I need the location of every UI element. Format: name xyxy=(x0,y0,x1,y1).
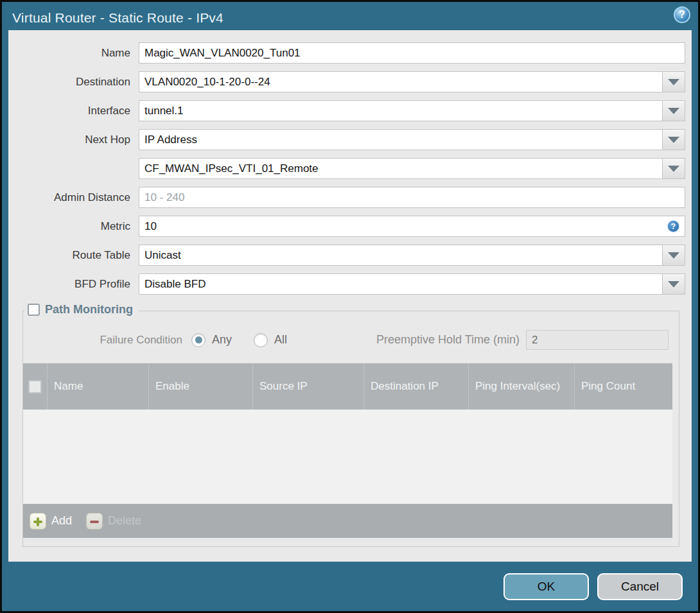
metric-help-icon[interactable]: ? xyxy=(667,220,679,232)
dialog-titlebar: Virtual Router - Static Route - IPv4 xyxy=(2,2,698,30)
destination-label: Destination xyxy=(8,76,130,89)
delete-button[interactable]: Delete xyxy=(86,513,141,530)
form-row-admin-distance: Admin Distance xyxy=(8,187,685,208)
header-cell-source-ip[interactable]: Source IP xyxy=(252,363,363,410)
bfd-profile-input[interactable] xyxy=(139,273,663,295)
failure-condition-radio-any[interactable] xyxy=(191,333,206,347)
add-plus-icon xyxy=(30,513,46,530)
form-row-destination: Destination xyxy=(8,71,685,92)
header-cell-destination-ip[interactable]: Destination IP xyxy=(363,363,468,410)
route-table-field-wrap xyxy=(139,245,685,266)
cancel-button[interactable]: Cancel xyxy=(597,573,683,600)
bfd-profile-label: BFD Profile xyxy=(8,278,130,291)
delete-minus-icon xyxy=(86,513,103,530)
form-row-metric: Metric ? xyxy=(8,216,685,237)
metric-label: Metric xyxy=(8,220,130,233)
path-monitoring-checkbox[interactable] xyxy=(28,304,40,316)
form-row-name: Name xyxy=(8,42,685,64)
chevron-down-icon xyxy=(668,166,679,172)
bfd-profile-dropdown-button[interactable] xyxy=(663,273,685,295)
table-toolbar: Add Delete xyxy=(23,504,672,538)
admin-distance-field-wrap xyxy=(139,187,685,208)
help-icon-glyph: ? xyxy=(679,9,685,21)
select-all-checkbox[interactable] xyxy=(28,380,42,393)
metric-field-wrap: ? xyxy=(139,216,685,237)
form-row-next-hop-address xyxy=(8,158,685,179)
table-body-empty xyxy=(23,410,672,504)
help-icon[interactable]: ? xyxy=(674,6,690,23)
interface-input[interactable] xyxy=(139,100,663,121)
failure-condition-row: Failure Condition Any All Preemptive Hol… xyxy=(23,329,679,350)
name-input[interactable] xyxy=(139,42,685,64)
next-hop-label: Next Hop xyxy=(8,134,130,146)
radio-selected-dot xyxy=(195,336,202,343)
chevron-down-icon xyxy=(668,137,679,143)
next-hop-address-field-wrap xyxy=(139,158,685,179)
next-hop-address-dropdown-button[interactable] xyxy=(663,158,685,179)
chevron-down-icon xyxy=(668,79,679,85)
name-label: Name xyxy=(8,47,130,60)
header-cell-enable[interactable]: Enable xyxy=(148,363,252,410)
name-field-wrap xyxy=(139,42,685,64)
ok-button[interactable]: OK xyxy=(503,573,589,600)
dialog-body: Name Destination Interface xyxy=(8,30,692,562)
add-button-label: Add xyxy=(51,514,72,528)
header-cell-ping-interval[interactable]: Ping Interval(sec) xyxy=(468,363,574,410)
next-hop-type-input[interactable] xyxy=(139,129,663,150)
form-row-route-table: Route Table xyxy=(8,245,685,266)
chevron-down-icon xyxy=(668,252,679,259)
interface-dropdown-button[interactable] xyxy=(663,100,685,121)
destination-dropdown-button[interactable] xyxy=(663,71,685,92)
form-row-next-hop: Next Hop xyxy=(8,129,685,150)
delete-button-label: Delete xyxy=(108,514,141,528)
route-table-dropdown-button[interactable] xyxy=(663,245,685,266)
destination-input[interactable] xyxy=(139,71,663,92)
failure-condition-label: Failure Condition xyxy=(23,334,182,347)
table-header-row: Name Enable Source IP Destination IP Pin… xyxy=(23,363,672,410)
route-table-input[interactable] xyxy=(139,245,663,266)
admin-distance-input[interactable] xyxy=(139,187,685,208)
next-hop-address-input[interactable] xyxy=(139,158,663,179)
route-table-label: Route Table xyxy=(8,249,130,262)
next-hop-type-dropdown-button[interactable] xyxy=(663,129,685,150)
dialog-footer: OK Cancel xyxy=(2,562,698,611)
chevron-down-icon xyxy=(668,281,679,288)
add-button[interactable]: Add xyxy=(30,513,72,530)
destination-field-wrap xyxy=(139,71,685,92)
path-monitoring-legend: Path Monitoring xyxy=(24,303,139,316)
metric-help-glyph: ? xyxy=(671,222,676,231)
chevron-down-icon xyxy=(668,108,679,114)
form-row-bfd-profile: BFD Profile xyxy=(8,273,685,295)
screen: Virtual Router - Static Route - IPv4 ? N… xyxy=(0,0,700,613)
dialog-title: Virtual Router - Static Route - IPv4 xyxy=(12,10,223,26)
path-monitoring-title: Path Monitoring xyxy=(45,303,133,316)
interface-field-wrap xyxy=(139,100,685,121)
preemptive-hold-time-label: Preemptive Hold Time (min) xyxy=(376,333,520,347)
metric-input[interactable] xyxy=(139,216,685,237)
header-cell-name[interactable]: Name xyxy=(47,363,148,410)
interface-label: Interface xyxy=(8,105,130,117)
path-monitoring-section: Path Monitoring Failure Condition Any Al… xyxy=(22,311,679,547)
bfd-profile-field-wrap xyxy=(139,273,685,295)
failure-condition-radio-all[interactable] xyxy=(254,333,268,347)
radio-all-label: All xyxy=(274,333,287,347)
preemptive-hold-time-input xyxy=(526,330,669,350)
header-cell-ping-count[interactable]: Ping Count xyxy=(574,363,672,410)
path-monitoring-table: Name Enable Source IP Destination IP Pin… xyxy=(23,363,672,538)
header-cell-select-all xyxy=(23,363,47,410)
admin-distance-label: Admin Distance xyxy=(8,191,130,204)
static-route-dialog: Virtual Router - Static Route - IPv4 ? N… xyxy=(0,0,700,613)
next-hop-type-field-wrap xyxy=(139,129,685,150)
form-row-interface: Interface xyxy=(8,100,685,121)
radio-any-label: Any xyxy=(212,333,232,347)
